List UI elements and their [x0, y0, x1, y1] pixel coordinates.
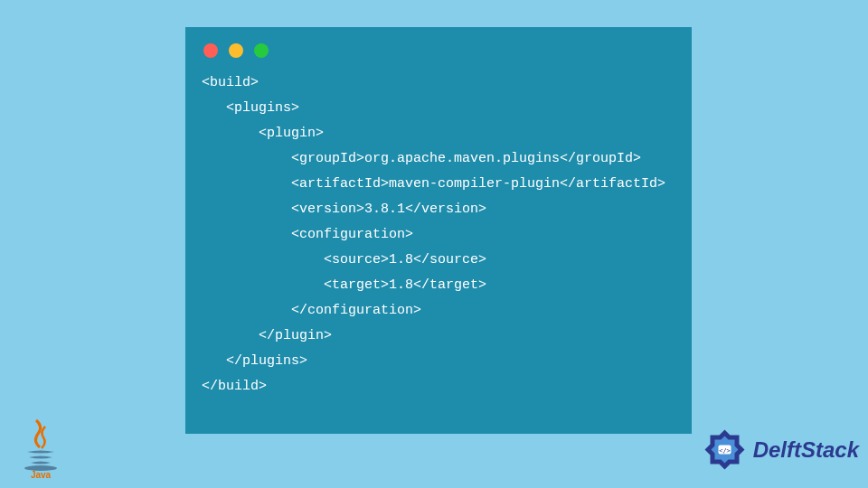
code-line: <plugins> [202, 100, 299, 116]
code-block: <build> <plugins> <plugin> <groupId>org.… [202, 70, 675, 399]
code-line: <version>3.8.1</version> [202, 202, 486, 217]
java-text: Java [31, 470, 52, 479]
code-line: </configuration> [202, 303, 421, 318]
delftstack-emblem-icon: </> [700, 425, 750, 474]
delftstack-logo: </> DelftStack [700, 425, 859, 474]
code-window: <build> <plugins> <plugin> <groupId>org.… [185, 27, 692, 434]
code-line: <source>1.8</source> [202, 252, 486, 267]
close-dot [203, 43, 218, 58]
maximize-dot [254, 43, 269, 58]
code-line: </plugin> [202, 328, 332, 343]
code-line: <configuration> [202, 227, 413, 242]
svg-text:</>: </> [719, 447, 731, 455]
java-logo-icon: Java [18, 416, 63, 479]
code-line: <plugin> [202, 126, 324, 141]
delftstack-text: DelftStack [753, 437, 859, 463]
code-line: </build> [202, 379, 267, 394]
code-line: <target>1.8</target> [202, 277, 486, 293]
code-line: <groupId>org.apache.maven.plugins</group… [202, 151, 641, 166]
code-line: <build> [202, 75, 259, 90]
minimize-dot [229, 43, 243, 58]
code-line: <artifactId>maven-compiler-plugin</artif… [202, 176, 665, 192]
window-controls [202, 43, 675, 58]
code-line: </plugins> [202, 353, 307, 369]
